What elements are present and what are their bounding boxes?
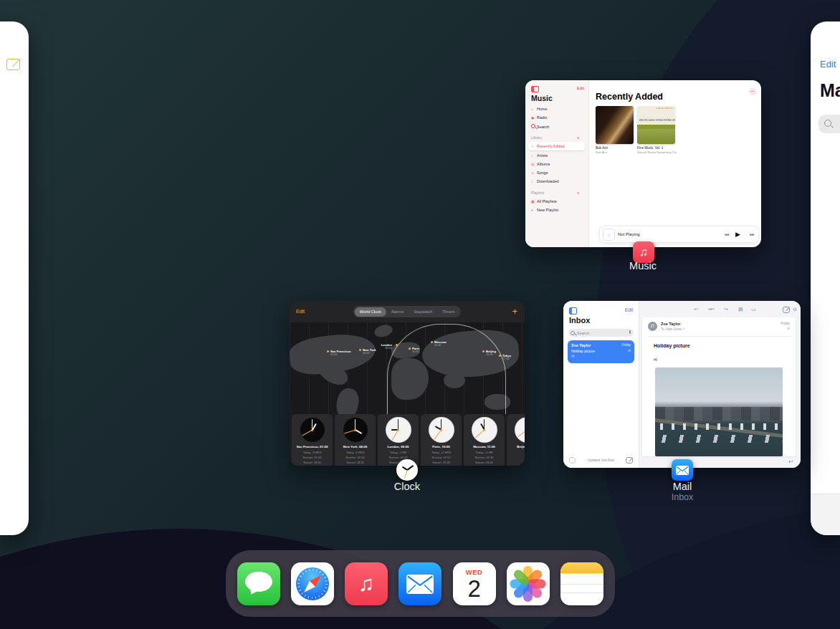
world-clock-cell[interactable]: Moscow, 11:00 Today, +1 HR Sunrise: 06:3… <box>464 414 505 466</box>
email-list-item-selected[interactable]: Zoe Taylor Friday Holiday picture ✇ Hi <box>568 340 634 363</box>
reply-all-icon[interactable]: ↩↩ <box>708 307 712 312</box>
notes-line <box>560 584 603 585</box>
tab-alarms[interactable]: Alarms <box>386 307 409 317</box>
sidebar-item-radio[interactable]: ◉Radio <box>531 115 547 120</box>
mail-app-card[interactable]: Edit Inbox Search Zoe Taylor Friday Holi… <box>563 301 801 468</box>
world-clock-cell[interactable]: Beijing, 16:00 <box>507 414 525 466</box>
clock-edit-button[interactable]: Edit <box>296 309 305 314</box>
playlists-section-header[interactable]: Playlists∨ <box>531 191 583 195</box>
compose-icon[interactable] <box>6 59 20 70</box>
album-title[interactable]: Fine Music, Vol. 1 <box>637 146 663 150</box>
sidebar-item-home[interactable]: ⌂Home <box>531 107 548 111</box>
sidebar-item-albums[interactable]: ◎Albums <box>531 162 550 166</box>
sidebar-item-new-playlist[interactable]: +New Playlist <box>531 208 558 212</box>
message-date: Friday <box>781 322 790 325</box>
notes-header <box>560 562 603 574</box>
mailboxes-search-field[interactable] <box>818 115 840 133</box>
world-map: San Francisco01:00 New York04:00 London0… <box>290 322 525 414</box>
tab-timers[interactable]: Timers <box>437 307 459 317</box>
album-cover-bob-acri[interactable] <box>596 106 634 144</box>
reply-icon[interactable]: ↩ <box>694 307 698 312</box>
dock-icon-calendar[interactable]: WED 2 <box>453 562 496 605</box>
dock-icon-mail[interactable] <box>398 562 442 605</box>
search-placeholder: Search <box>577 331 589 335</box>
world-clock-cell[interactable]: San Francisco, 01:00 Today, -9 HRS Sunri… <box>292 414 333 466</box>
mail-app-label: Mail <box>646 481 718 492</box>
dock-icon-photos[interactable] <box>507 562 550 605</box>
sidebar-toggle-icon[interactable] <box>569 307 577 314</box>
album-artist: Bob Acri <box>596 150 607 154</box>
dock-icon-notes[interactable] <box>560 562 603 605</box>
message-sender: Zoe Taylor <box>661 322 680 326</box>
chevron-down-icon: ∨ <box>577 135 580 140</box>
notes-line <box>560 592 603 594</box>
album-cover-fine-music[interactable]: CLAUDE DEBUSSY RICHARD STOLTZMAN <box>637 106 675 144</box>
sidebar-item-artists[interactable]: ♪Artists <box>531 153 548 158</box>
sidebar-item-songs[interactable]: ♫Songs <box>531 171 548 175</box>
library-section-header[interactable]: Library∨ <box>531 135 583 140</box>
rewind-button[interactable]: ◀◀ <box>724 232 728 236</box>
player-status: Not Playing <box>618 232 640 236</box>
dock: ♫ WED 2 <box>226 550 615 617</box>
play-button[interactable]: ▶ <box>735 231 740 238</box>
forward-icon[interactable]: ↪ <box>724 307 728 312</box>
recent-clock-icon: ◔ <box>531 144 537 148</box>
more-button[interactable]: ••• <box>749 88 756 95</box>
download-icon: ↓ <box>531 179 537 183</box>
world-clock-cell[interactable]: Paris, 10:00 Today, +0 HRS Sunrise: 07:5… <box>421 414 462 466</box>
album-title[interactable]: Bob Acri <box>596 146 608 150</box>
map-landmass <box>373 323 393 339</box>
daylight-terminator <box>387 324 506 414</box>
mic-icon[interactable] <box>629 330 631 334</box>
sidebar-toggle-icon[interactable] <box>531 86 539 92</box>
add-city-button[interactable]: + <box>512 306 517 317</box>
right-peek-card[interactable]: Edit Ma <box>811 21 840 535</box>
city-dot <box>409 347 411 350</box>
clock-app-card[interactable]: Edit World Clock Alarms Stopwatch Timers… <box>290 301 525 466</box>
dock-icon-messages[interactable] <box>237 562 280 605</box>
message-recipient[interactable]: To: Alan Jones > <box>661 327 684 331</box>
sidebar-item-recently-added[interactable]: ◔Recently Added <box>531 144 565 148</box>
sidebar-item-downloaded[interactable]: ↓Downloaded <box>531 179 559 183</box>
archive-icon[interactable]: ▤ <box>738 307 743 312</box>
tab-stopwatch[interactable]: Stopwatch <box>409 307 437 317</box>
dock-icon-music[interactable]: ♫ <box>345 562 388 605</box>
mail-edit-button[interactable]: Edit <box>625 307 633 312</box>
map-landmass <box>335 387 361 414</box>
avatar: ZT <box>648 322 657 331</box>
divider <box>648 336 790 337</box>
city-dot <box>396 344 398 346</box>
more-circle-icon[interactable]: ⊖ <box>793 307 797 312</box>
left-peek-card[interactable] <box>0 21 29 535</box>
compose-icon[interactable] <box>783 307 790 313</box>
email-preview: Hi <box>571 355 574 358</box>
mailboxes-edit-button[interactable]: Edit <box>820 59 836 69</box>
music-app-card[interactable]: Edit Music ⌂Home ◉Radio Search Library∨ … <box>525 80 761 247</box>
artwork-placeholder: ♪ <box>603 229 615 241</box>
world-clock-cell[interactable]: New York, 04:00 Today, -6 HRS Sunrise: 0… <box>335 414 376 466</box>
tab-world-clock[interactable]: World Clock <box>355 307 386 317</box>
mail-message-pane: ↩ ↩↩ ↪ ▤ ▭ ⊖ ZT Zoe Taylor To: Alan Jone… <box>639 301 801 468</box>
app-switcher-screen: Edit Ma Edit Music ⌂Home ◉Radio Search L… <box>0 0 840 629</box>
sidebar-item-all-playlists[interactable]: ▦All Playlists <box>531 199 557 203</box>
reply-icon[interactable]: ↩ <box>788 458 793 465</box>
folder-icon[interactable]: ▭ <box>751 307 756 312</box>
sidebar-item-search[interactable]: Search <box>531 124 549 129</box>
fast-forward-button[interactable]: ▶▶ <box>750 232 754 236</box>
music-title: Music <box>531 94 553 102</box>
mail-app-icon[interactable] <box>672 459 693 481</box>
photo-boats <box>655 435 783 443</box>
music-edit-button[interactable]: Edit <box>577 86 584 90</box>
dock-icon-safari[interactable] <box>291 562 334 605</box>
music-note-icon: ♫ <box>358 572 375 595</box>
compose-icon[interactable] <box>626 457 633 464</box>
clock-app-icon[interactable] <box>396 459 418 481</box>
city-dot <box>499 355 501 357</box>
mini-player[interactable]: ♪ Not Playing ◀◀ ▶ ▶▶ <box>599 226 759 243</box>
attachment-photo[interactable] <box>655 368 783 456</box>
home-icon: ⌂ <box>531 107 537 111</box>
world-clock-cell[interactable]: London, 09:00 Today, -1 HR Sunrise: 07:0… <box>378 414 419 466</box>
chevron-down-icon: ∨ <box>577 191 580 195</box>
note-icon: ♫ <box>531 171 537 175</box>
mail-search-field[interactable]: Search <box>568 329 634 337</box>
